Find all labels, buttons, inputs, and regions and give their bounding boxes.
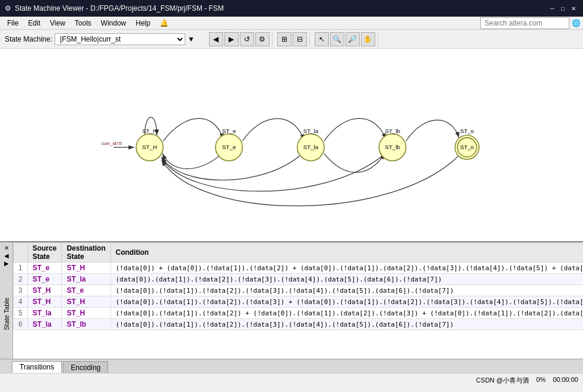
table-row[interactable]: 4 ST_H ST_H (!data[0]).(!data[1]).(!data… — [14, 296, 584, 308]
col-num — [14, 243, 28, 263]
main-toolbar: State Machine: |FSM_Hello|curr_st ▼ ◀ ▶ … — [0, 30, 583, 49]
main-area: curr_st=5 S — [0, 49, 583, 373]
row-num: 3 — [14, 285, 28, 296]
row-num: 4 — [14, 296, 28, 308]
row-src: ST_e — [27, 274, 62, 285]
menu-view[interactable]: View — [45, 18, 70, 29]
table-area: ✕ ◀ ▶ State Table Source State Destinati… — [0, 242, 583, 359]
svg-text:ST_o: ST_o — [460, 144, 474, 150]
table-row[interactable]: 2 ST_e ST_la (data[0]).(data[1]).(!data[… — [14, 274, 584, 285]
svg-text:ST_e: ST_e — [222, 128, 236, 134]
select-button[interactable]: ↖ — [315, 32, 329, 46]
menu-help[interactable]: Help — [131, 18, 156, 29]
tab-encoding[interactable]: Encoding — [63, 361, 108, 373]
tab-transitions[interactable]: Transitions — [12, 361, 62, 373]
titlebar-title: State Machine Viewer - D:/FPGA/Projects/… — [15, 4, 224, 12]
col-dest: Destination State — [62, 243, 110, 263]
row-dst: ST_H — [62, 296, 110, 308]
statusbar: CSDN @小青与酒 0% 00:00:00 — [0, 373, 583, 387]
reset-button[interactable]: ↺ — [240, 32, 254, 46]
table-row[interactable]: 1 ST_e ST_H (!data[0]) + (data[0]).(!dat… — [14, 263, 584, 274]
window-controls[interactable]: ─ □ ✕ — [547, 4, 578, 13]
transitions-table-container[interactable]: Source State Destination State Condition… — [13, 242, 583, 359]
state-table-label: State Table — [3, 269, 10, 359]
tabs-bar: Transitions Encoding — [0, 359, 583, 373]
app-icon: ⚙ — [5, 4, 11, 12]
settings-button[interactable]: ⚙ — [255, 32, 270, 46]
table-row[interactable]: 3 ST_H ST_e (!data[0]).(!data[1]).(!data… — [14, 285, 584, 296]
zoom-in-button[interactable]: 🔍 — [330, 32, 344, 46]
state-machine-selector-area: State Machine: |FSM_Hello|curr_st ▼ — [2, 32, 197, 46]
row-src: ST_H — [27, 285, 62, 296]
col-cond: Condition — [110, 243, 583, 263]
svg-text:ST_H: ST_H — [142, 128, 157, 134]
table-row[interactable]: 5 ST_la ST_H (!data[0]).(!data[1]).(!dat… — [14, 308, 584, 319]
back-button[interactable]: ◀ — [209, 32, 223, 46]
diagram-area[interactable]: curr_st=5 S — [0, 49, 583, 242]
col-source: Source State — [27, 243, 62, 263]
row-dst: ST_lb — [62, 319, 110, 330]
state-ST_e[interactable]: ST_e ST_e — [216, 128, 242, 161]
row-src: ST_la — [27, 319, 62, 330]
menu-tools[interactable]: Tools — [70, 18, 96, 29]
state-ST_la[interactable]: ST_la ST_la — [297, 128, 324, 161]
global-search-input[interactable] — [480, 17, 569, 29]
menu-extra[interactable]: 🔔 — [155, 18, 173, 29]
row-src: ST_H — [27, 296, 62, 308]
menubar: File Edit View Tools Window Help 🔔 🌐 — [0, 17, 583, 30]
side-icon-3[interactable]: ▶ — [4, 260, 9, 267]
grid-button[interactable]: ⊞ — [277, 32, 292, 46]
row-num: 1 — [14, 263, 28, 274]
menu-file[interactable]: File — [2, 18, 23, 29]
row-cond: (data[0]).(data[1]).(!data[2]).(!data[3]… — [110, 274, 583, 285]
row-num: 5 — [14, 308, 28, 319]
watermark: CSDN @小青与酒 — [476, 376, 529, 385]
nav-toolbar-group: ◀ ▶ ↺ ⚙ — [207, 32, 273, 46]
svg-text:ST_lb: ST_lb — [385, 128, 400, 134]
svg-text:ST_H: ST_H — [142, 144, 157, 150]
sm-dropdown[interactable]: |FSM_Hello|curr_st — [55, 33, 185, 45]
titlebar: ⚙ State Machine Viewer - D:/FPGA/Project… — [0, 0, 583, 17]
row-cond: (!data[0]).(!data[1]).(!data[2]).(!data[… — [110, 285, 583, 296]
sm-label: State Machine: — [5, 35, 52, 43]
search-icon: 🌐 — [572, 19, 581, 27]
transitions-table: Source State Destination State Condition… — [13, 242, 583, 330]
table-row[interactable]: 6 ST_la ST_lb (!data[0]).(!data[1]).(!da… — [14, 319, 584, 330]
side-icon-2[interactable]: ◀ — [4, 252, 9, 259]
state-ST_o[interactable]: ST_o ST_o — [455, 128, 479, 160]
svg-text:ST_la: ST_la — [303, 128, 319, 134]
svg-text:ST_e: ST_e — [222, 144, 236, 150]
row-dst: ST_H — [62, 308, 110, 319]
zoom-out-button[interactable]: 🔎 — [346, 32, 360, 46]
sm-dropdown-arrow: ▼ — [188, 35, 195, 43]
row-dst: ST_H — [62, 263, 110, 274]
pan-button[interactable]: ✋ — [361, 32, 375, 46]
row-dst: ST_e — [62, 285, 110, 296]
row-dst: ST_la — [62, 274, 110, 285]
row-num: 6 — [14, 319, 28, 330]
menu-window[interactable]: Window — [96, 18, 131, 29]
minimize-button[interactable]: ─ — [547, 4, 557, 13]
fsm-diagram-svg: curr_st=5 S — [0, 49, 583, 241]
side-icon-1[interactable]: ✕ — [4, 245, 9, 251]
row-src: ST_e — [27, 263, 62, 274]
svg-text:ST_la: ST_la — [303, 144, 319, 150]
time-display: 00:00:00 — [553, 376, 578, 385]
row-cond: (!data[0]) + (data[0]).(!data[1]).(!data… — [110, 263, 583, 274]
statusbar-right: CSDN @小青与酒 0% 00:00:00 — [476, 376, 578, 385]
select-toolbar-group: ↖ 🔍 🔎 ✋ — [312, 32, 378, 46]
filter-button[interactable]: ⊟ — [293, 32, 307, 46]
state-ST_H[interactable]: ST_H ST_H — [136, 128, 163, 161]
row-num: 2 — [14, 274, 28, 285]
view-toolbar-group: ⊞ ⊟ — [275, 32, 310, 46]
svg-text:ST_o: ST_o — [460, 128, 474, 134]
maximize-button[interactable]: □ — [558, 4, 568, 13]
menu-edit[interactable]: Edit — [23, 18, 45, 29]
bottom-panel: ✕ ◀ ▶ State Table Source State Destinati… — [0, 242, 583, 373]
close-button[interactable]: ✕ — [569, 4, 578, 13]
progress-indicator: 0% — [536, 376, 546, 385]
row-cond: (!data[0]).(!data[1]).(!data[2]).(!data[… — [110, 296, 583, 308]
forward-button[interactable]: ▶ — [224, 32, 239, 46]
svg-text:ST_lb: ST_lb — [385, 144, 400, 150]
side-icons: ✕ ◀ ▶ — [3, 242, 10, 269]
